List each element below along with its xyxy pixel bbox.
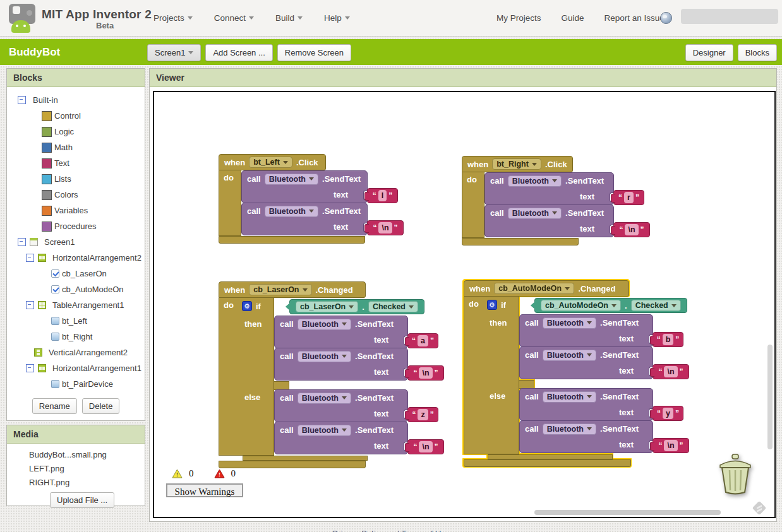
- tree-item-lists[interactable]: Lists: [7, 171, 145, 187]
- mutator-gear-icon[interactable]: ⚙: [242, 301, 252, 311]
- event-component-dropdown[interactable]: bt_Right: [492, 158, 541, 170]
- call-bluetooth-sendtext-block[interactable]: callBluetooth.SendTexttext“\n”: [241, 203, 368, 235]
- property-dropdown[interactable]: Checked: [631, 300, 681, 311]
- checkbox-checked-property-block[interactable]: cb_AutoModeOn.Checked: [534, 298, 687, 313]
- component-dropdown[interactable]: cb_AutoModeOn: [541, 300, 621, 311]
- event-component-dropdown[interactable]: cb_AutoModeOn: [494, 283, 574, 294]
- text-string-value[interactable]: y: [663, 408, 673, 419]
- tree-item-cb_automodeon[interactable]: cb_AutoModeOn: [7, 281, 145, 297]
- tree-item-text[interactable]: Text: [7, 155, 145, 171]
- account-email-redacted[interactable]: [681, 9, 778, 24]
- tree-item-horizontalarrangement1[interactable]: HorizontalArrangement1: [7, 360, 145, 376]
- text-string-block[interactable]: “z”: [407, 407, 438, 422]
- link-report-an-issue[interactable]: Report an Issue: [605, 13, 665, 23]
- property-dropdown[interactable]: Checked: [368, 301, 418, 312]
- text-string-block[interactable]: “r”: [613, 190, 644, 205]
- tree-item-control[interactable]: Control: [7, 108, 145, 124]
- text-string-block[interactable]: “\n”: [407, 439, 444, 454]
- designer-button[interactable]: Designer: [685, 44, 733, 61]
- text-string-value[interactable]: \n: [664, 440, 677, 451]
- media-file-item[interactable]: BuddyBot...small.png: [7, 448, 145, 462]
- component-dropdown[interactable]: Bluetooth: [265, 206, 318, 217]
- text-string-block[interactable]: “a”: [407, 333, 438, 348]
- when-cb-laseron-changed[interactable]: whencb_LaserOn.Changeddo⚙ifthenelsecb_La…: [219, 281, 490, 472]
- menu-build[interactable]: Build: [275, 13, 303, 23]
- call-bluetooth-sendtext-block[interactable]: callBluetooth.SendTexttext“\n”: [274, 422, 408, 454]
- checkbox-checked-property-block[interactable]: cb_LaserOn.Checked: [289, 299, 424, 314]
- media-file-item[interactable]: LEFT.png: [7, 462, 145, 476]
- component-dropdown[interactable]: cb_LaserOn: [296, 301, 358, 312]
- text-string-value[interactable]: z: [418, 409, 428, 420]
- text-string-value[interactable]: a: [418, 335, 428, 346]
- component-dropdown[interactable]: Bluetooth: [298, 393, 351, 404]
- when-cb-automodeon-changed[interactable]: whencb_AutoModeOn.Changeddo⚙ifthenelsecb…: [464, 280, 735, 471]
- text-string-block[interactable]: “\n”: [653, 364, 689, 379]
- when-bt-left-click[interactable]: whenbt_Left.ClickdocallBluetooth.SendTex…: [219, 154, 450, 252]
- component-dropdown[interactable]: Bluetooth: [543, 350, 596, 361]
- call-bluetooth-sendtext-block[interactable]: callBluetooth.SendTexttext“b”: [519, 314, 653, 347]
- tree-item-cb_laseron[interactable]: cb_LaserOn: [7, 266, 145, 281]
- tree-item-math[interactable]: Math: [7, 139, 145, 155]
- text-string-value[interactable]: l: [378, 190, 387, 201]
- show-warnings-button[interactable]: Show Warnings: [166, 483, 243, 497]
- text-string-value[interactable]: \n: [378, 222, 392, 233]
- rename-button[interactable]: Rename: [32, 398, 77, 414]
- tree-item-logic[interactable]: Logic: [7, 124, 145, 139]
- component-dropdown[interactable]: Bluetooth: [508, 208, 562, 219]
- blocks-canvas[interactable]: ! 0 ! 0 Show Warnings whenbt_Left.Clickd…: [153, 91, 776, 518]
- call-bluetooth-sendtext-block[interactable]: callBluetooth.SendTexttext“\n”: [519, 420, 653, 453]
- text-string-value[interactable]: \n: [419, 441, 432, 452]
- tree-item-built-in[interactable]: Built-in: [7, 92, 145, 108]
- add-screen-button[interactable]: Add Screen ...: [205, 44, 272, 61]
- link-my-projects[interactable]: My Projects: [496, 13, 541, 23]
- tree-item-bt_pairdevice[interactable]: bt_PairDevice: [7, 376, 145, 392]
- when-bt-right-click[interactable]: whenbt_Right.ClickdocallBluetooth.SendTe…: [462, 156, 696, 254]
- call-bluetooth-sendtext-block[interactable]: callBluetooth.SendTexttext“z”: [274, 389, 408, 422]
- text-string-block[interactable]: “\n”: [653, 438, 689, 453]
- component-dropdown[interactable]: Bluetooth: [543, 423, 596, 435]
- component-dropdown[interactable]: Bluetooth: [298, 351, 351, 362]
- tree-item-bt_right[interactable]: bt_Right: [7, 329, 145, 345]
- text-string-block[interactable]: “\n”: [367, 220, 404, 235]
- screen-selector-dropdown[interactable]: Screen1: [147, 44, 201, 61]
- language-globe-icon[interactable]: [660, 12, 672, 24]
- menu-help[interactable]: Help: [324, 13, 350, 23]
- media-file-item[interactable]: RIGHT.png: [7, 476, 145, 490]
- menu-projects[interactable]: Projects: [153, 13, 193, 23]
- tree-item-horizontalarrangement2[interactable]: HorizontalArrangement2: [7, 250, 145, 266]
- tree-item-procedures[interactable]: Procedures: [7, 218, 145, 234]
- menu-connect[interactable]: Connect: [214, 13, 254, 23]
- horizontal-scrollbar-thumb[interactable]: [534, 510, 721, 515]
- call-bluetooth-sendtext-block[interactable]: callBluetooth.SendTexttext“\n”: [519, 346, 653, 379]
- tree-item-colors[interactable]: Colors: [7, 187, 145, 203]
- call-bluetooth-sendtext-block[interactable]: callBluetooth.SendTexttext“r”: [484, 172, 614, 205]
- event-component-dropdown[interactable]: bt_Left: [249, 157, 292, 168]
- vertical-scrollbar-thumb[interactable]: [767, 345, 773, 449]
- collapse-expander-icon[interactable]: [26, 254, 34, 262]
- component-dropdown[interactable]: Bluetooth: [265, 174, 318, 185]
- component-dropdown[interactable]: Bluetooth: [298, 319, 351, 330]
- tree-item-bt_left[interactable]: bt_Left: [7, 313, 145, 329]
- tree-item-screen1[interactable]: Screen1: [7, 234, 145, 250]
- tree-item-verticalarrangement2[interactable]: VerticalArrangement2: [7, 345, 145, 360]
- mutator-gear-icon[interactable]: ⚙: [487, 300, 497, 310]
- tree-item-tablearrangement1[interactable]: TableArrangement1: [7, 297, 145, 313]
- component-dropdown[interactable]: Bluetooth: [543, 391, 596, 403]
- event-component-dropdown[interactable]: cb_LaserOn: [249, 284, 311, 295]
- text-string-value[interactable]: b: [663, 334, 674, 345]
- text-string-value[interactable]: r: [624, 192, 634, 203]
- collapse-expander-icon[interactable]: [18, 238, 26, 246]
- call-bluetooth-sendtext-block[interactable]: callBluetooth.SendTexttext“\n”: [484, 204, 614, 237]
- text-string-value[interactable]: \n: [625, 224, 638, 235]
- collapse-expander-icon[interactable]: [26, 301, 34, 309]
- call-bluetooth-sendtext-block[interactable]: callBluetooth.SendTexttext“y”: [519, 388, 653, 421]
- collapse-expander-icon[interactable]: [26, 364, 34, 372]
- delete-button[interactable]: Delete: [82, 398, 120, 414]
- text-string-block[interactable]: “b”: [653, 332, 683, 347]
- link-guide[interactable]: Guide: [562, 13, 584, 23]
- component-dropdown[interactable]: Bluetooth: [298, 425, 351, 436]
- text-string-block[interactable]: “l”: [367, 188, 398, 203]
- text-string-block[interactable]: “y”: [653, 406, 683, 421]
- tree-item-variables[interactable]: Variables: [7, 203, 145, 218]
- privacy-terms-link[interactable]: Privacy Policy and Terms of Use: [0, 529, 782, 532]
